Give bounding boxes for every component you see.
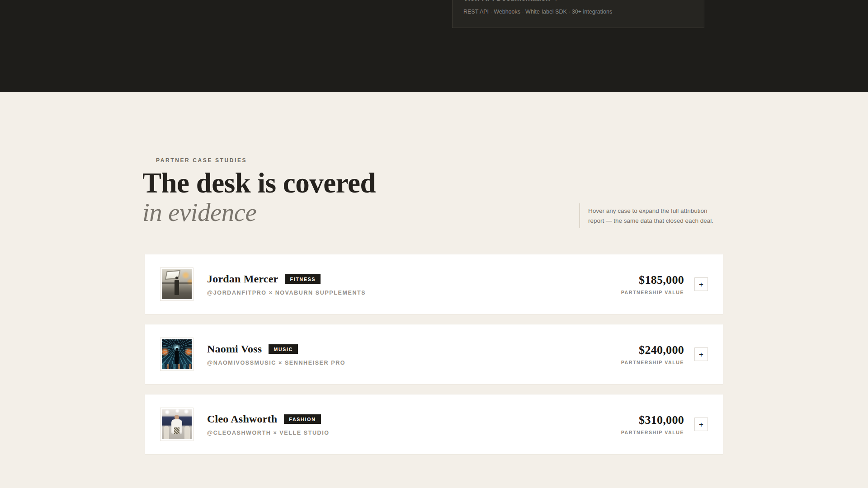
partnership-pairing: @NAOMIVOSSMUSIC × SENNHEISER PRO — [207, 360, 345, 366]
api-feature-list: REST API · Webhooks · White-label SDK · … — [463, 8, 693, 15]
partnership-value-block: $185,000 PARTNERSHIP VALUE — [621, 273, 684, 295]
patterned-dress-shape — [174, 427, 179, 434]
category-badge: FASHION — [284, 414, 321, 424]
case-info: Jordan Mercer FITNESS @JORDANFITPRO × NO… — [207, 273, 366, 296]
heading-bold-line: The desk is covered — [142, 169, 376, 197]
skylight-shape — [165, 270, 180, 280]
case-info: Cleo Ashworth FASHION @CLEOASHWORTH × VE… — [207, 413, 330, 436]
case-study-list: Jordan Mercer FITNESS @JORDANFITPRO × NO… — [145, 254, 723, 464]
case-thumbnail-frame — [160, 338, 193, 371]
page: View API Documentation ↗ REST API · Webh… — [0, 0, 868, 488]
category-badge: MUSIC — [269, 344, 298, 354]
partnership-value-label: PARTNERSHIP VALUE — [621, 430, 684, 435]
background-figure — [184, 426, 190, 439]
partnership-value-block: $240,000 PARTNERSHIP VALUE — [621, 343, 684, 365]
background-figure — [164, 426, 169, 439]
case-card-jordan-mercer[interactable]: Jordan Mercer FITNESS @JORDANFITPRO × NO… — [145, 254, 723, 314]
creator-name: Jordan Mercer — [207, 273, 278, 285]
view-api-documentation-label: View API Documentation — [463, 0, 550, 4]
gym-workout-photo — [162, 269, 192, 299]
partnership-pairing: @JORDANFITPRO × NOVABURN SUPPLEMENTS — [207, 290, 366, 296]
performer-silhouette — [175, 351, 179, 364]
partnership-value-label: PARTNERSHIP VALUE — [621, 290, 684, 295]
heading-italic-line: in evidence — [142, 199, 376, 225]
case-card-naomi-voss[interactable]: Naomi Voss MUSIC @NAOMIVOSSMUSIC × SENNH… — [145, 324, 723, 385]
creator-name: Cleo Ashworth — [207, 413, 277, 425]
section-heading: The desk is covered in evidence — [142, 169, 376, 225]
partnership-value-block: $310,000 PARTNERSHIP VALUE — [621, 413, 684, 435]
case-thumbnail-frame — [160, 267, 193, 301]
fashion-event-photo — [162, 409, 192, 439]
category-badge: FITNESS — [285, 274, 321, 284]
creator-name: Naomi Voss — [207, 343, 262, 355]
partnership-value-amount: $310,000 — [621, 413, 684, 427]
hero-section: View API Documentation ↗ REST API · Webh… — [0, 0, 868, 92]
hover-hint-text: Hover any case to expand the full attrib… — [579, 203, 724, 228]
expand-case-button[interactable]: + — [694, 418, 708, 431]
concert-stage-photo — [162, 339, 192, 369]
expand-case-button[interactable]: + — [694, 277, 708, 291]
partnership-value-label: PARTNERSHIP VALUE — [621, 360, 684, 365]
external-link-arrow-icon: ↗ — [555, 0, 560, 4]
partnership-pairing: @CLEOASHWORTH × VELLE STUDIO — [207, 430, 330, 436]
model-figure — [171, 415, 182, 439]
athlete-silhouette — [175, 280, 179, 295]
view-api-documentation-link[interactable]: View API Documentation ↗ — [463, 0, 693, 4]
case-card-cleo-ashworth[interactable]: Cleo Ashworth FASHION @CLEOASHWORTH × VE… — [145, 394, 723, 455]
api-documentation-card: View API Documentation ↗ REST API · Webh… — [452, 0, 704, 28]
expand-case-button[interactable]: + — [694, 347, 708, 361]
partnership-value-amount: $185,000 — [621, 273, 684, 287]
stage-floor-lights — [162, 364, 192, 369]
partnership-value-amount: $240,000 — [621, 343, 684, 357]
case-thumbnail-frame — [160, 408, 193, 441]
case-info: Naomi Voss MUSIC @NAOMIVOSSMUSIC × SENNH… — [207, 343, 345, 366]
section-eyebrow: PARTNER CASE STUDIES — [156, 157, 247, 164]
